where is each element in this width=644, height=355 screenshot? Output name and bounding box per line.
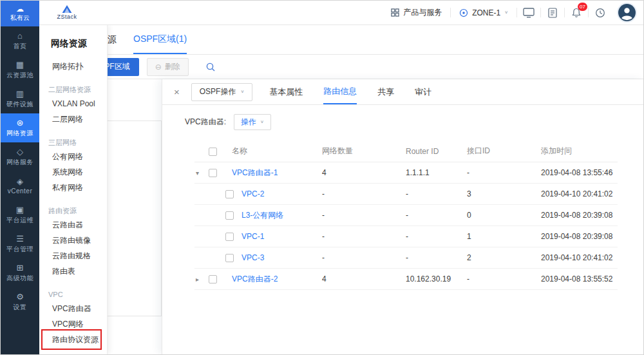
sidebar-item-network-resources[interactable]: ⊛ 网络资源 [1,113,39,142]
row-added-time: 2019-04-08 20:39:08 [541,211,618,220]
submenu-item-private-network[interactable]: 私有网络 [39,180,107,195]
row-checkbox[interactable] [209,169,217,177]
column-header-router-id: Router ID [406,147,467,156]
sidebar-item-hardware[interactable]: ▥ 硬件设施 [1,84,39,113]
delete-button[interactable]: ⊖ 删除 [147,58,189,76]
submenu-item-l2-network[interactable]: 二层网络 [39,111,107,127]
select-all-checkbox[interactable] [209,148,217,156]
sidebar-item-vcenter[interactable]: ◈ vCenter [1,171,39,200]
zstack-logo-icon [62,5,72,13]
row-router-id: 1.1.1.1 [406,168,467,177]
zone-icon [459,8,468,17]
row-name-link[interactable]: VPC-2 [232,189,322,198]
main-content: 路由协议资源 OSPF区域(1) 创建OSPF区域 ⊖ 删除 × OSPF操作 … [39,25,643,354]
document-icon [548,8,557,18]
row-interface-id: 2 [467,253,541,262]
sidebar-item-platform-mgmt[interactable]: ☰ 平台管理 [1,229,39,258]
expand-icon[interactable]: ▸ [196,276,199,283]
close-icon[interactable]: × [174,79,180,104]
row-name-link[interactable]: L3-公有网络 [232,210,322,221]
user-avatar[interactable] [618,4,636,21]
table-row[interactable]: VPC-1 - - 1 2019-04-08 20:39:08 [194,226,618,247]
notification-badge: 07 [578,3,587,11]
table-row[interactable]: ▾ VPC路由器-1 4 1.1.1.1 - 2019-04-08 13:55:… [194,162,618,184]
row-checkbox[interactable] [209,275,217,283]
tab-ospf-area[interactable]: OSPF区域(1) [133,25,187,54]
products-services-menu[interactable]: 产品与服务 [383,1,450,25]
row-name-link[interactable]: VPC路由器-1 [232,168,322,178]
submenu-item-route-table[interactable]: 路由表 [39,264,107,279]
sidebar-item-advanced[interactable]: ⊞ 高级功能 [1,258,39,287]
tab-basic-properties[interactable]: 基本属性 [269,79,303,104]
tab-audit[interactable]: 审计 [415,79,431,104]
submenu-item-public-network[interactable]: 公有网络 [39,149,107,164]
row-router-id: - [406,189,467,198]
row-networks: 4 [322,168,406,177]
sidebar-item-home[interactable]: ⌂ 首页 [1,26,39,55]
topbar-right: 产品与服务 ZONE-1 ∨ 07 [383,1,643,25]
row-interface-id: - [467,274,541,283]
table-row[interactable]: VPC-3 - - 2 2019-04-10 20:41:02 [194,247,618,269]
row-name-link[interactable]: VPC-1 [232,232,322,241]
row-networks: - [322,253,406,262]
row-added-time: 2019-04-08 20:39:08 [541,232,618,241]
home-icon: ⌂ [17,32,23,40]
minus-circle-icon: ⊖ [155,62,162,72]
logs-button[interactable] [541,1,564,25]
sidebar-item-network-services[interactable]: ◇ 网络服务 [1,142,39,171]
table-row[interactable]: ▸ VPC路由器-2 4 10.162.30.19 - 2019-04-08 1… [194,269,618,290]
row-networks: 4 [322,274,406,283]
submenu-group-l3-header: 三层网络 [39,136,107,149]
hardware-icon: ▥ [16,90,24,98]
row-added-time: 2019-04-10 20:41:02 [541,189,618,198]
submenu-item-cloud-router-image[interactable]: 云路由镜像 [39,233,107,248]
row-name-link[interactable]: VPC-3 [232,253,322,262]
settings-icon: ⚙ [16,293,24,301]
private-cloud-header[interactable]: ☁ 私有云 [1,1,39,26]
sidebar-item-cloud-pool[interactable]: ▦ 云资源池 [1,55,39,84]
grid-icon [391,8,399,17]
row-name-link[interactable]: VPC路由器-2 [232,274,322,285]
vpc-router-table: 名称 网络数量 Router ID 接口ID 添加时间 ▾ VPC路由器-1 4… [194,140,618,290]
row-router-id: - [406,232,467,241]
submenu-item-cloud-router[interactable]: 云路由器 [39,217,107,233]
collapse-icon[interactable]: ▾ [196,169,199,177]
submenu-group-l2-header: 二层网络资源 [39,83,107,96]
submenu-item-system-network[interactable]: 系统网络 [39,164,107,180]
app-window: ☁ 私有云 ⌂ 首页 ▦ 云资源池 ▥ 硬件设施 ⊛ 网络资源 ◇ 网络服务 ◈… [0,0,644,355]
submenu-item-routing-protocol-resource[interactable]: 路由协议资源 [39,332,107,347]
row-router-id: - [406,211,467,220]
avatar-icon [618,4,636,21]
chevron-down-icon: ∨ [504,10,508,15]
submenu-title: 网络资源 [39,30,107,59]
network-resources-icon: ⊛ [17,119,24,127]
ospf-actions-button[interactable]: OSPF操作 ∨ [191,83,253,101]
notifications-button[interactable]: 07 [565,1,588,25]
zone-selector[interactable]: ZONE-1 ∨ [451,1,516,25]
submenu-item-network-topology[interactable]: 网络拓扑 [39,59,107,74]
platform-ops-icon: ▣ [16,206,24,214]
search-button[interactable] [202,58,220,76]
row-interface-id: 1 [467,232,541,241]
row-networks: - [322,211,406,220]
tab-routing-info[interactable]: 路由信息 [323,79,357,104]
sidebar-item-settings[interactable]: ⚙ 设置 [1,287,39,316]
primary-sidebar: ☁ 私有云 ⌂ 首页 ▦ 云资源池 ▥ 硬件设施 ⊛ 网络资源 ◇ 网络服务 ◈… [1,1,39,354]
network-services-icon: ◇ [17,148,23,156]
submenu-item-vxlan-pool[interactable]: VXLAN Pool [39,96,107,111]
table-row[interactable]: L3-公有网络 - - 0 2019-04-08 20:39:08 [194,205,618,226]
vcenter-icon: ◈ [17,177,23,186]
row-added-time: 2019-04-10 20:41:02 [541,253,618,262]
submenu-item-vpc-network[interactable]: VPC网络 [39,316,107,332]
tab-share[interactable]: 共享 [377,79,394,104]
sidebar-item-platform-ops[interactable]: ▣ 平台运维 [1,200,39,229]
search-icon [205,62,216,72]
table-row[interactable]: VPC-2 - - 3 2019-04-10 20:41:02 [194,184,618,205]
submenu-item-vpc-router[interactable]: VPC路由器 [39,301,107,316]
vpc-actions-button[interactable]: 操作 ∨ [234,114,271,130]
console-button[interactable] [517,1,540,25]
history-button[interactable] [589,1,612,25]
platform-mgmt-icon: ☰ [16,235,24,243]
submenu-item-cloud-router-spec[interactable]: 云路由规格 [39,248,107,264]
zstack-logo[interactable]: ZStack [39,5,95,20]
